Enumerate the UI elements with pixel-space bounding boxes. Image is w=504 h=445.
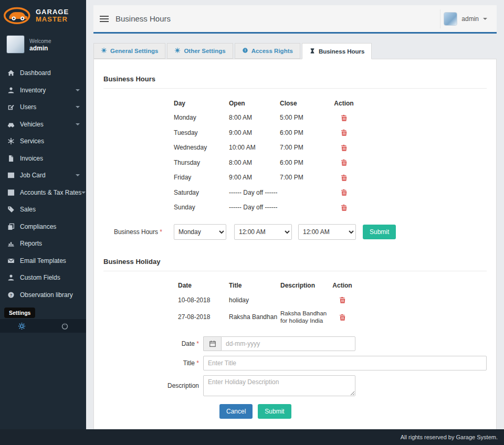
gear-icon [101,47,107,55]
table-row: Wednesday 10:00 AM 7:00 PM [174,140,487,155]
envelope-icon [6,257,16,264]
table-row: 27-08-2018 Raksha Bandhan Raksha Bandhan… [178,308,487,327]
sidebar-item-observation-library[interactable]: ? Observation library [0,287,86,304]
table-row: Monday 8:00 AM 5:00 PM [174,110,487,125]
brand-logo[interactable]: GARAGE MASTER [0,0,86,30]
edit-icon [6,103,16,111]
business-holiday-table: Date Title Description Action 10-08-2018… [178,279,487,327]
user-avatar [444,12,457,26]
business-hours-form: Business Hours * Monday 12:00 AM 12:00 A… [103,224,487,240]
caret-down-icon [483,18,487,20]
welcome-username: admin [29,45,48,52]
tab-other-settings[interactable]: Other Settings [167,43,233,59]
power-icon[interactable] [43,322,86,330]
tag-icon [6,206,16,213]
bar-chart-icon [6,240,16,247]
table-header-row: Day Open Close Action [174,96,487,110]
settings-tooltip: Settings [4,308,35,318]
topbar: Business Hours admin [93,5,497,34]
file-icon [6,155,16,162]
business-holiday-section-title: Business Holiday [103,240,487,266]
sidebar-item-vehicles[interactable]: Vehicles [0,116,86,133]
table-header-row: Date Title Description Action [178,279,487,293]
required-asterisk: * [160,228,162,236]
table-row: Friday 9:00 AM 7:00 PM [174,170,487,185]
question-circle-icon: ? [6,291,16,299]
sidebar-item-accounts-tax-rates[interactable]: Accounts & Tax Rates [0,184,86,202]
user-panel: Welcome admin [0,30,86,58]
car-icon [6,121,16,128]
chevron-down-icon [76,106,80,108]
user-menu[interactable]: admin [440,9,490,28]
sidebar-item-email-templates[interactable]: Email Templates [0,252,86,270]
holiday-submit-button[interactable]: Submit [258,404,291,419]
date-input[interactable] [221,336,355,351]
col-title: Title [229,282,280,289]
col-action: Action [332,100,355,107]
copy-icon [6,223,16,230]
sidebar-item-users[interactable]: Users [0,99,86,116]
day-off-label: ------ Day off ------ [229,204,332,211]
sidebar-item-dashboard[interactable]: Dashboard [0,65,86,82]
user-menu-label: admin [461,15,479,23]
page-title: Business Hours [116,14,171,23]
description-textarea[interactable] [203,375,355,396]
open-time-select[interactable]: 12:00 AM [234,224,292,240]
title-input[interactable] [203,356,487,370]
cancel-button[interactable]: Cancel [219,404,253,419]
tab-general-settings[interactable]: General Settings [93,43,165,59]
sidebar-item-invoices[interactable]: Invoices [0,150,86,167]
business-holiday-form: Date * Title * Descript [103,336,487,419]
business-hours-table: Day Open Close Action Monday 8:00 AM 5:0… [174,96,487,215]
footer-text: All rights reserved by Garage System. [401,434,498,440]
delete-trash-icon[interactable] [332,114,355,122]
svg-text:i: i [245,48,246,52]
logo-car-icon [3,5,33,27]
required-asterisk: * [196,340,199,347]
description-field-label: Description [103,382,199,389]
business-hours-submit-button[interactable]: Submit [363,225,396,239]
user-avatar [6,35,25,54]
gear-icon [174,47,181,55]
sidebar-item-sales[interactable]: Sales [0,201,86,218]
settings-panel: Business Hours Day Open Close Action Mon… [93,59,497,429]
settings-gear-icon[interactable] [0,322,43,330]
delete-trash-icon[interactable] [330,313,354,321]
sidebar-item-custom-fields[interactable]: Custom Fields [0,269,86,287]
tab-access-rights[interactable]: i Access Rights [235,43,300,59]
table-row: Sunday ------ Day off ------ [174,200,487,215]
day-select[interactable]: Monday [174,224,226,240]
chevron-down-icon [76,89,80,91]
date-field-label: Date * [103,340,199,347]
delete-trash-icon[interactable] [332,204,355,211]
list-icon [6,189,16,196]
day-off-label: ------ Day off ------ [229,189,332,196]
sidebar-item-services[interactable]: Services [0,133,86,150]
person-icon [6,274,16,281]
chevron-down-icon [81,192,86,194]
required-asterisk: * [196,359,199,367]
sidebar-item-inventory[interactable]: Inventory [0,82,86,99]
delete-trash-icon[interactable] [332,188,355,196]
delete-trash-icon[interactable] [330,296,354,304]
footer: All rights reserved by Garage System. [0,429,504,445]
table-icon [6,172,16,179]
delete-trash-icon[interactable] [332,174,355,182]
sidebar-toggle-hamburger-icon[interactable] [100,14,109,24]
sidebar-item-reports[interactable]: Reports [0,235,86,252]
calendar-icon[interactable] [203,336,221,351]
tab-business-hours[interactable]: Business Hours [302,43,372,59]
svg-text:?: ? [10,293,13,298]
asterisk-icon [6,137,16,145]
close-time-select[interactable]: 12:00 AM [298,224,356,240]
sidebar-item-job-card[interactable]: Job Card [0,167,86,184]
info-circle-icon: i [242,47,248,55]
sidebar-item-compliances[interactable]: Compliances [0,218,86,236]
delete-trash-icon[interactable] [332,158,355,166]
sidebar-menu: Dashboard Inventory Users Vehicles Servi… [0,65,86,303]
delete-trash-icon[interactable] [332,129,355,136]
table-row: 10-08-2018 holiday [178,293,487,308]
delete-trash-icon[interactable] [332,144,355,152]
table-row: Tuesday 9:00 AM 6:00 PM [174,125,487,141]
divider [103,271,487,271]
